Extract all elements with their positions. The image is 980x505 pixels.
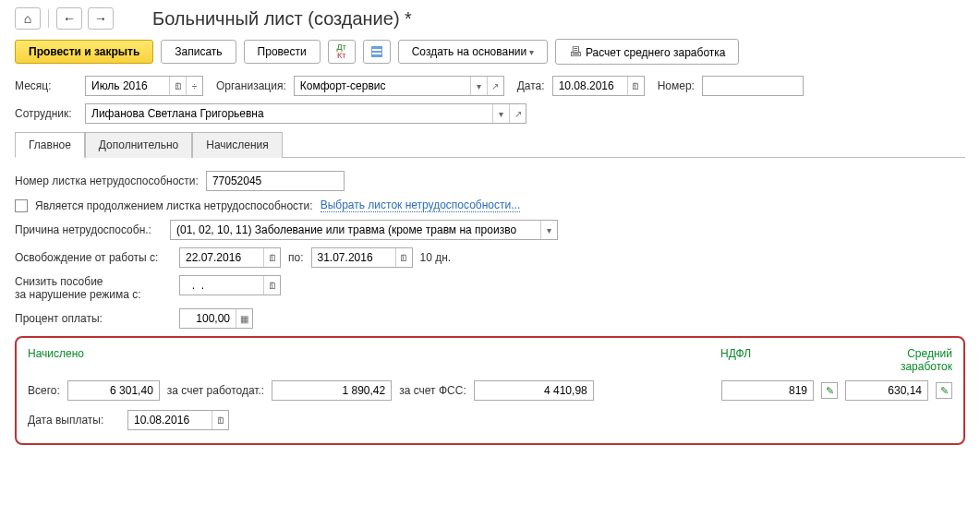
forward-button[interactable]: → bbox=[88, 7, 114, 30]
toolbar: Провести и закрыть Записать Провести ДтК… bbox=[15, 39, 965, 65]
reduce-label-1: Снизить пособие bbox=[15, 275, 172, 288]
arrow-right-icon: → bbox=[94, 11, 107, 26]
debit-credit-icon: ДтКт bbox=[337, 43, 346, 60]
calendar-icon[interactable]: 🗓 bbox=[263, 276, 280, 295]
month-input[interactable] bbox=[86, 77, 169, 95]
reduce-date-input[interactable] bbox=[180, 276, 263, 295]
stepper-icon[interactable]: ÷ bbox=[186, 77, 202, 95]
month-field[interactable]: 🗓 ÷ bbox=[85, 76, 203, 96]
summary-box: Начислено НДФЛ Средний заработок Всего: … bbox=[15, 336, 965, 445]
open-icon[interactable]: ↗ bbox=[487, 77, 503, 95]
release-from-field[interactable]: 🗓 bbox=[179, 247, 281, 268]
list-lines-icon bbox=[371, 46, 382, 57]
calendar-icon[interactable]: 🗓 bbox=[169, 77, 186, 95]
percent-label: Процент оплаты: bbox=[15, 312, 172, 325]
org-field[interactable]: ▾ ↗ bbox=[294, 76, 504, 96]
dropdown-icon[interactable]: ▾ bbox=[470, 77, 487, 95]
number-input[interactable] bbox=[702, 76, 804, 96]
fss-input[interactable] bbox=[474, 380, 594, 401]
employee-label: Сотрудник: bbox=[15, 107, 78, 120]
employee-field[interactable]: ▾ ↗ bbox=[85, 103, 526, 124]
avg-header: Средний заработок bbox=[859, 347, 952, 373]
sheet-no-label: Номер листка нетрудоспособности: bbox=[15, 174, 199, 187]
back-button[interactable]: ← bbox=[56, 7, 82, 30]
dropdown-icon[interactable]: ▾ bbox=[540, 221, 557, 239]
post-button[interactable]: Провести bbox=[244, 40, 321, 64]
nav-separator bbox=[48, 9, 49, 28]
edit-ndfl-button[interactable]: ✎ bbox=[821, 382, 838, 399]
tab-main[interactable]: Главное bbox=[15, 132, 85, 158]
continuation-checkbox[interactable] bbox=[15, 199, 28, 212]
create-on-basis-button[interactable]: Создать на основании bbox=[398, 40, 548, 64]
tabs: Главное Дополнительно Начисления bbox=[15, 131, 965, 158]
pencil-icon: ✎ bbox=[940, 385, 949, 397]
days-text: 10 дн. bbox=[420, 251, 452, 264]
org-label: Организация: bbox=[216, 79, 286, 92]
total-label: Всего: bbox=[28, 384, 60, 397]
date-field[interactable]: 🗓 bbox=[552, 76, 645, 96]
printer-icon: 🖶 bbox=[569, 44, 582, 59]
sheet-no-input[interactable] bbox=[206, 171, 345, 191]
choose-sheet-link[interactable]: Выбрать листок нетрудоспособности... bbox=[321, 198, 521, 212]
employer-label: за счет работодат.: bbox=[167, 384, 264, 397]
dk-button[interactable]: ДтКт bbox=[328, 40, 356, 64]
reduce-label-2: за нарушение режима с: bbox=[15, 288, 172, 301]
avg-salary-button[interactable]: 🖶Расчет среднего заработка bbox=[555, 39, 740, 65]
open-icon[interactable]: ↗ bbox=[509, 104, 526, 123]
number-label: Номер: bbox=[658, 79, 695, 92]
post-and-close-button[interactable]: Провести и закрыть bbox=[15, 40, 153, 64]
paydate-field[interactable]: 🗓 bbox=[127, 410, 229, 430]
home-icon: ⌂ bbox=[24, 11, 31, 26]
percent-input[interactable] bbox=[180, 309, 236, 328]
accrued-header: Начислено bbox=[28, 347, 720, 373]
release-to-field[interactable]: 🗓 bbox=[311, 247, 413, 268]
avg-input[interactable] bbox=[845, 380, 928, 401]
release-from-label: Освобождение от работы с: bbox=[15, 251, 172, 264]
paydate-input[interactable] bbox=[128, 411, 212, 429]
reason-field[interactable]: ▾ bbox=[170, 220, 558, 240]
reason-label: Причина нетрудоспособн.: bbox=[15, 223, 163, 236]
arrow-left-icon: ← bbox=[63, 11, 76, 26]
fss-label: за счет ФСС: bbox=[399, 384, 466, 397]
calendar-icon[interactable]: 🗓 bbox=[212, 411, 228, 429]
report-button[interactable] bbox=[363, 40, 391, 64]
page-title: Больничный лист (создание) * bbox=[152, 8, 412, 30]
total-input[interactable] bbox=[67, 380, 160, 401]
ndfl-header: НДФЛ bbox=[720, 347, 859, 373]
calendar-icon[interactable]: 🗓 bbox=[395, 248, 412, 267]
release-from-input[interactable] bbox=[180, 248, 263, 267]
date-label: Дата: bbox=[517, 79, 545, 92]
reduce-date-field[interactable]: 🗓 bbox=[179, 275, 281, 295]
percent-field[interactable]: ▦ bbox=[179, 308, 253, 329]
tab-accruals[interactable]: Начисления bbox=[192, 132, 283, 158]
employee-input[interactable] bbox=[86, 104, 492, 123]
calendar-icon[interactable]: 🗓 bbox=[627, 77, 644, 95]
date-input[interactable] bbox=[553, 77, 627, 95]
edit-avg-button[interactable]: ✎ bbox=[936, 382, 952, 399]
release-to-label: по: bbox=[288, 251, 304, 264]
calendar-icon[interactable]: 🗓 bbox=[263, 248, 280, 267]
release-to-input[interactable] bbox=[312, 248, 395, 267]
calc-icon[interactable]: ▦ bbox=[236, 309, 252, 328]
save-button[interactable]: Записать bbox=[161, 40, 236, 64]
org-input[interactable] bbox=[295, 77, 470, 95]
tab-extra[interactable]: Дополнительно bbox=[85, 132, 192, 158]
month-label: Месяц: bbox=[15, 79, 78, 92]
ndfl-input[interactable] bbox=[721, 380, 814, 401]
paydate-label: Дата выплаты: bbox=[28, 414, 120, 427]
home-button[interactable]: ⌂ bbox=[15, 7, 41, 30]
dropdown-icon[interactable]: ▾ bbox=[492, 104, 509, 123]
continuation-label: Является продолжением листка нетрудоспос… bbox=[35, 199, 313, 212]
pencil-icon: ✎ bbox=[826, 385, 834, 397]
employer-input[interactable] bbox=[272, 380, 392, 401]
reason-input[interactable] bbox=[171, 221, 540, 239]
